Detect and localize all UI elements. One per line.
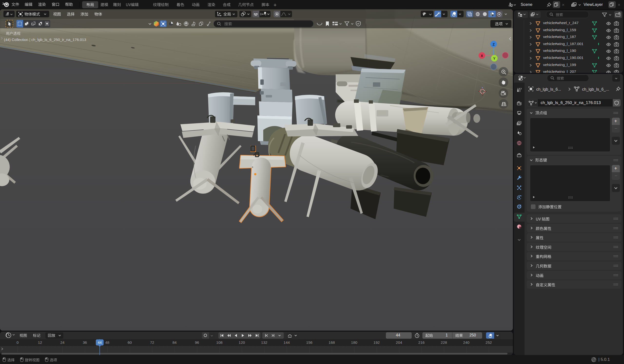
svg-text:X: X: [481, 54, 483, 58]
svg-text:Z: Z: [493, 42, 495, 46]
svg-text:Y: Y: [493, 56, 495, 60]
